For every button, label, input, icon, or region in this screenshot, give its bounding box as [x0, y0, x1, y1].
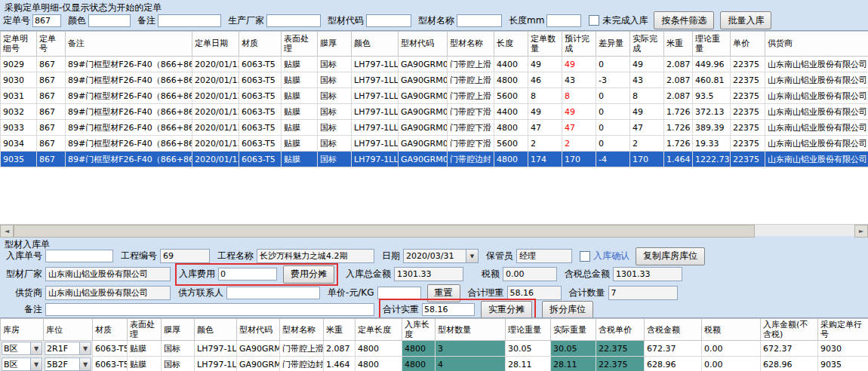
- actual-weight-input[interactable]: [422, 303, 475, 316]
- scrollbar-track[interactable]: [755, 225, 854, 236]
- inbound-confirm-checkbox[interactable]: [580, 251, 590, 262]
- manufacturer-filter-input[interactable]: [266, 14, 321, 27]
- chevron-down-icon[interactable]: ▼: [30, 342, 42, 354]
- actual-weight-split-button[interactable]: 实重分摊: [481, 301, 532, 319]
- order-table-cell: 49: [528, 57, 562, 72]
- column-header[interactable]: 实际完成: [630, 32, 664, 57]
- column-header[interactable]: 差异量: [596, 32, 630, 57]
- contact-input[interactable]: [226, 287, 320, 299]
- column-header[interactable]: 含税单价: [596, 319, 645, 341]
- unfinished-checkbox[interactable]: [589, 15, 599, 26]
- column-header[interactable]: 型材代码: [399, 32, 448, 57]
- order-table-cell: 9035: [1, 152, 37, 167]
- order-table-row[interactable]: 903186789#门框型材F26-F40（866+867）2020/01/13…: [1, 88, 868, 104]
- column-header[interactable]: 定单明细号: [1, 32, 37, 57]
- column-header[interactable]: 米重: [664, 32, 693, 57]
- column-header[interactable]: 膜厚: [318, 32, 352, 57]
- calendar-dropdown-icon[interactable]: ▼: [466, 249, 478, 263]
- order-table-row[interactable]: 903586789#门框型材F26-F40（866+867）2020/01/13…: [1, 152, 868, 167]
- order-table-cell: 贴膜: [282, 120, 318, 136]
- scrollbar-thumb[interactable]: [14, 225, 755, 238]
- inbound-table-row[interactable]: B区▼5B2F▼6063-T5贴膜国标LH797-1LL0GA90GRM05门带…: [1, 357, 868, 371]
- order-table-cell: 47: [630, 120, 664, 136]
- split-location-button[interactable]: 拆分库位: [542, 301, 593, 319]
- order-table-cell: GA90GRM03: [399, 57, 448, 72]
- order-table-row[interactable]: 902986789#门框型材F26-F40（866+867）2020/01/13…: [1, 57, 868, 72]
- fee-split-button[interactable]: 费用分摊: [283, 265, 334, 284]
- column-header[interactable]: 实际重量: [551, 319, 596, 341]
- inbound-form-row-3: 供货商 山东南山铝业股份有限公司 供方联系人 单价-元/KG 重置 合计理重 5…: [0, 285, 678, 301]
- order-table-cell: 4400: [494, 57, 528, 72]
- order-table-row[interactable]: 903086789#门框型材F26-F40（866+867）2020/01/13…: [1, 72, 868, 88]
- unit-price-input[interactable]: [377, 287, 421, 299]
- column-header[interactable]: 颜色: [195, 319, 237, 341]
- profile-name-filter-input[interactable]: [457, 14, 502, 27]
- fee-input[interactable]: [218, 268, 277, 281]
- horizontal-scrollbar[interactable]: ◄ ►: [0, 224, 868, 236]
- column-header[interactable]: 理论重量: [693, 32, 731, 57]
- order-table-row[interactable]: 903286789#门框型材F26-F40（866+867）2020/01/13…: [1, 104, 868, 120]
- order-table-cell: 6063-T5: [239, 152, 282, 167]
- scroll-right-button[interactable]: ►: [854, 225, 868, 238]
- order-table-row[interactable]: 903386789#门框型材F26-F40（866+867）2020/01/13…: [1, 120, 868, 136]
- order-table-cell: 贴膜: [282, 72, 318, 88]
- order-table-cell: 山东南山铝业股份有限公司: [765, 57, 868, 72]
- order-table-cell: 49: [562, 57, 596, 72]
- chevron-down-icon[interactable]: ▼: [30, 358, 42, 370]
- column-header[interactable]: 含税金额: [645, 319, 702, 341]
- column-header[interactable]: 采购定单行号: [818, 319, 868, 341]
- column-header[interactable]: 型材代码: [237, 319, 280, 341]
- warehouse-combo[interactable]: B区▼: [2, 357, 42, 371]
- location-combo[interactable]: 2R1F▼: [45, 342, 91, 355]
- unit-price-label: 单价-元/KG: [328, 287, 374, 299]
- location-combo[interactable]: 5B2F▼: [45, 357, 91, 371]
- column-header[interactable]: 单价: [731, 32, 765, 57]
- order-table-cell: 2020/01/13: [192, 136, 239, 152]
- column-header[interactable]: 定单号: [37, 32, 66, 57]
- column-header[interactable]: 长度: [494, 32, 528, 57]
- column-header[interactable]: 型材名称: [448, 32, 494, 57]
- column-header[interactable]: 表面处理: [128, 319, 162, 341]
- inbound-form-row-2: 型材厂家 山东南山铝业股份有限公司 入库费用 费用分摊 入库总金额 1301.3…: [0, 266, 682, 282]
- date-field[interactable]: 2020/03/31 ▼: [403, 249, 479, 263]
- column-header[interactable]: 定单日期: [192, 32, 239, 57]
- column-header[interactable]: 库位: [44, 319, 93, 341]
- column-header[interactable]: 税额: [702, 319, 761, 341]
- column-header[interactable]: 备注: [66, 32, 192, 57]
- order-table-row[interactable]: 903486789#门框型材F26-F40（866+867）2020/01/13…: [1, 136, 868, 152]
- profile-code-filter-input[interactable]: [366, 14, 411, 27]
- column-header[interactable]: 定单数量: [528, 32, 562, 57]
- warehouse-combo-cell: B区▼: [1, 357, 44, 371]
- column-header[interactable]: 膜厚: [162, 319, 195, 341]
- length-filter-input[interactable]: [546, 14, 581, 27]
- remark-filter-input[interactable]: [158, 14, 221, 27]
- warehouse-combo[interactable]: B区▼: [2, 342, 42, 355]
- filter-by-condition-button[interactable]: 按条件筛选: [654, 11, 714, 29]
- inbound-table-row[interactable]: B区▼2R1F▼6063-T5贴膜国标LH797-1LL0GA90GRM03门带…: [1, 341, 868, 357]
- column-header[interactable]: 入库长度: [402, 319, 436, 341]
- column-header[interactable]: 型材名称: [280, 319, 324, 341]
- column-header[interactable]: 颜色: [352, 32, 399, 57]
- entry-no-input[interactable]: [45, 250, 113, 262]
- column-header[interactable]: 入库金额(不含税): [761, 319, 818, 341]
- chevron-down-icon[interactable]: ▼: [79, 342, 91, 354]
- column-header[interactable]: 预计完成: [562, 32, 596, 57]
- batch-inbound-button[interactable]: 批量入库: [720, 11, 771, 29]
- column-header[interactable]: 库房: [1, 319, 44, 341]
- column-header[interactable]: 供货商: [765, 32, 868, 57]
- column-header[interactable]: 材质: [239, 32, 282, 57]
- order-no-input[interactable]: [32, 14, 61, 27]
- column-header[interactable]: 理论重量: [506, 319, 551, 341]
- column-header[interactable]: 米重: [324, 319, 356, 341]
- column-header[interactable]: 材质: [93, 319, 128, 341]
- column-header[interactable]: 定单长度: [356, 319, 402, 341]
- column-header[interactable]: 表面处理: [282, 32, 318, 57]
- chevron-down-icon[interactable]: ▼: [79, 358, 91, 370]
- order-table-cell: 国标: [318, 152, 352, 167]
- column-header[interactable]: 型材数量: [436, 319, 506, 341]
- note-input[interactable]: [45, 303, 374, 316]
- copy-warehouse-location-button[interactable]: 复制库房库位: [636, 247, 705, 265]
- inbound-table-cell: 28.11: [506, 357, 551, 371]
- scroll-left-button[interactable]: ◄: [0, 225, 14, 238]
- color-filter-input[interactable]: [88, 14, 131, 27]
